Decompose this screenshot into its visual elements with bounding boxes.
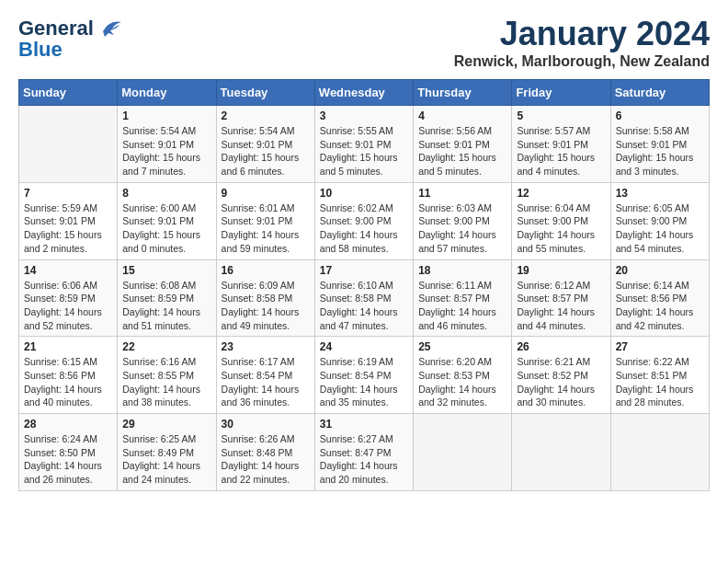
- calendar-cell: 18Sunrise: 6:11 AM Sunset: 8:57 PM Dayli…: [414, 259, 512, 337]
- calendar-cell: 21Sunrise: 6:15 AM Sunset: 8:56 PM Dayli…: [19, 337, 118, 414]
- day-number: 6: [616, 109, 704, 122]
- calendar-cell: 3Sunrise: 5:55 AM Sunset: 9:01 PM Daylig…: [314, 106, 413, 183]
- logo-bird-icon: [96, 15, 123, 42]
- day-info: Sunrise: 6:02 AM Sunset: 9:00 PM Dayligh…: [320, 201, 408, 256]
- calendar-cell: 23Sunrise: 6:17 AM Sunset: 8:54 PM Dayli…: [216, 337, 314, 414]
- day-info: Sunrise: 5:56 AM Sunset: 9:01 PM Dayligh…: [418, 124, 506, 178]
- weekday-header: Wednesday: [314, 80, 413, 106]
- day-info: Sunrise: 6:12 AM Sunset: 8:57 PM Dayligh…: [517, 279, 605, 333]
- day-number: 20: [616, 264, 704, 277]
- day-number: 27: [616, 340, 704, 353]
- calendar-cell: 9Sunrise: 6:01 AM Sunset: 9:01 PM Daylig…: [216, 182, 314, 259]
- calendar-cell: [19, 106, 118, 183]
- day-info: Sunrise: 6:05 AM Sunset: 9:00 PM Dayligh…: [616, 201, 704, 256]
- calendar-cell: 20Sunrise: 6:14 AM Sunset: 8:56 PM Dayli…: [610, 259, 709, 337]
- day-number: 19: [517, 264, 605, 277]
- day-info: Sunrise: 6:01 AM Sunset: 9:01 PM Dayligh…: [222, 201, 310, 256]
- day-number: 5: [517, 109, 605, 122]
- day-number: 29: [122, 418, 210, 431]
- day-info: Sunrise: 5:54 AM Sunset: 9:01 PM Dayligh…: [122, 124, 210, 178]
- day-number: 7: [24, 187, 112, 200]
- day-info: Sunrise: 5:55 AM Sunset: 9:01 PM Dayligh…: [320, 124, 408, 178]
- day-number: 22: [122, 340, 210, 353]
- day-number: 24: [320, 340, 408, 353]
- calendar-cell: 30Sunrise: 6:26 AM Sunset: 8:48 PM Dayli…: [216, 414, 314, 491]
- calendar-cell: [512, 414, 610, 491]
- day-info: Sunrise: 6:14 AM Sunset: 8:56 PM Dayligh…: [616, 279, 704, 333]
- day-info: Sunrise: 5:57 AM Sunset: 9:01 PM Dayligh…: [517, 124, 605, 178]
- day-number: 8: [122, 187, 210, 200]
- calendar-cell: 14Sunrise: 6:06 AM Sunset: 8:59 PM Dayli…: [19, 259, 118, 337]
- calendar-cell: 26Sunrise: 6:21 AM Sunset: 8:52 PM Dayli…: [512, 337, 610, 414]
- day-info: Sunrise: 6:16 AM Sunset: 8:55 PM Dayligh…: [122, 355, 210, 409]
- calendar-cell: 12Sunrise: 6:04 AM Sunset: 9:00 PM Dayli…: [512, 182, 610, 259]
- day-info: Sunrise: 6:03 AM Sunset: 9:00 PM Dayligh…: [418, 201, 506, 256]
- calendar-cell: 1Sunrise: 5:54 AM Sunset: 9:01 PM Daylig…: [118, 106, 216, 183]
- calendar-week-row: 7Sunrise: 5:59 AM Sunset: 9:01 PM Daylig…: [19, 182, 710, 259]
- day-info: Sunrise: 6:19 AM Sunset: 8:54 PM Dayligh…: [320, 355, 408, 409]
- day-number: 14: [24, 264, 112, 277]
- calendar-cell: 5Sunrise: 5:57 AM Sunset: 9:01 PM Daylig…: [512, 106, 610, 183]
- calendar-cell: 10Sunrise: 6:02 AM Sunset: 9:00 PM Dayli…: [314, 182, 413, 259]
- weekday-header: Friday: [512, 80, 610, 106]
- day-info: Sunrise: 6:17 AM Sunset: 8:54 PM Dayligh…: [222, 355, 310, 409]
- calendar-cell: [414, 414, 512, 491]
- day-number: 21: [24, 340, 112, 353]
- calendar-cell: 28Sunrise: 6:24 AM Sunset: 8:50 PM Dayli…: [19, 414, 118, 491]
- calendar-cell: 27Sunrise: 6:22 AM Sunset: 8:51 PM Dayli…: [610, 337, 709, 414]
- day-number: 10: [320, 187, 408, 200]
- day-number: 1: [122, 109, 210, 122]
- calendar-cell: 31Sunrise: 6:27 AM Sunset: 8:47 PM Dayli…: [314, 414, 413, 491]
- day-number: 12: [517, 187, 605, 200]
- day-number: 15: [122, 264, 210, 277]
- day-info: Sunrise: 6:10 AM Sunset: 8:58 PM Dayligh…: [320, 279, 408, 333]
- calendar-cell: 11Sunrise: 6:03 AM Sunset: 9:00 PM Dayli…: [414, 182, 512, 259]
- calendar-cell: 29Sunrise: 6:25 AM Sunset: 8:49 PM Dayli…: [118, 414, 216, 491]
- calendar-cell: [610, 414, 709, 491]
- day-info: Sunrise: 6:08 AM Sunset: 8:59 PM Dayligh…: [122, 279, 210, 333]
- day-number: 13: [616, 187, 704, 200]
- month-title: January 2024: [454, 15, 710, 53]
- calendar-cell: 13Sunrise: 6:05 AM Sunset: 9:00 PM Dayli…: [610, 182, 709, 259]
- day-info: Sunrise: 6:25 AM Sunset: 8:49 PM Dayligh…: [122, 432, 210, 487]
- day-info: Sunrise: 6:24 AM Sunset: 8:50 PM Dayligh…: [24, 432, 112, 487]
- calendar-cell: 19Sunrise: 6:12 AM Sunset: 8:57 PM Dayli…: [512, 259, 610, 337]
- logo-general: General: [18, 17, 94, 40]
- calendar-week-row: 21Sunrise: 6:15 AM Sunset: 8:56 PM Dayli…: [19, 337, 710, 414]
- day-info: Sunrise: 5:59 AM Sunset: 9:01 PM Dayligh…: [24, 201, 112, 256]
- calendar-cell: 15Sunrise: 6:08 AM Sunset: 8:59 PM Dayli…: [118, 259, 216, 337]
- day-number: 4: [418, 109, 506, 122]
- day-info: Sunrise: 5:58 AM Sunset: 9:01 PM Dayligh…: [616, 124, 704, 178]
- page-header: General Blue January 2024 Renwick, Marlb…: [18, 15, 710, 70]
- day-info: Sunrise: 6:04 AM Sunset: 9:00 PM Dayligh…: [517, 201, 605, 256]
- day-number: 28: [24, 418, 112, 431]
- calendar-cell: 25Sunrise: 6:20 AM Sunset: 8:53 PM Dayli…: [414, 337, 512, 414]
- calendar-week-row: 1Sunrise: 5:54 AM Sunset: 9:01 PM Daylig…: [19, 106, 710, 183]
- calendar-cell: 2Sunrise: 5:54 AM Sunset: 9:01 PM Daylig…: [216, 106, 314, 183]
- logo: General Blue: [18, 15, 123, 61]
- calendar-cell: 17Sunrise: 6:10 AM Sunset: 8:58 PM Dayli…: [314, 259, 413, 337]
- day-info: Sunrise: 6:09 AM Sunset: 8:58 PM Dayligh…: [222, 279, 310, 333]
- day-number: 17: [320, 264, 408, 277]
- title-area: January 2024 Renwick, Marlborough, New Z…: [454, 15, 710, 70]
- calendar-cell: 6Sunrise: 5:58 AM Sunset: 9:01 PM Daylig…: [610, 106, 709, 183]
- weekday-header: Monday: [118, 80, 216, 106]
- day-info: Sunrise: 6:20 AM Sunset: 8:53 PM Dayligh…: [418, 355, 506, 409]
- day-number: 3: [320, 109, 408, 122]
- day-info: Sunrise: 6:00 AM Sunset: 9:01 PM Dayligh…: [122, 201, 210, 256]
- location: Renwick, Marlborough, New Zealand: [454, 53, 710, 70]
- day-number: 30: [222, 418, 310, 431]
- calendar-cell: 7Sunrise: 5:59 AM Sunset: 9:01 PM Daylig…: [19, 182, 118, 259]
- day-number: 25: [418, 340, 506, 353]
- day-info: Sunrise: 6:11 AM Sunset: 8:57 PM Dayligh…: [418, 279, 506, 333]
- calendar-week-row: 28Sunrise: 6:24 AM Sunset: 8:50 PM Dayli…: [19, 414, 710, 491]
- weekday-header-row: SundayMondayTuesdayWednesdayThursdayFrid…: [19, 80, 710, 106]
- calendar-cell: 16Sunrise: 6:09 AM Sunset: 8:58 PM Dayli…: [216, 259, 314, 337]
- logo-blue: Blue: [18, 39, 63, 61]
- calendar-table: SundayMondayTuesdayWednesdayThursdayFrid…: [18, 79, 710, 491]
- weekday-header: Saturday: [610, 80, 709, 106]
- day-number: 16: [222, 264, 310, 277]
- day-number: 2: [222, 109, 310, 122]
- weekday-header: Sunday: [19, 80, 118, 106]
- calendar-cell: 4Sunrise: 5:56 AM Sunset: 9:01 PM Daylig…: [414, 106, 512, 183]
